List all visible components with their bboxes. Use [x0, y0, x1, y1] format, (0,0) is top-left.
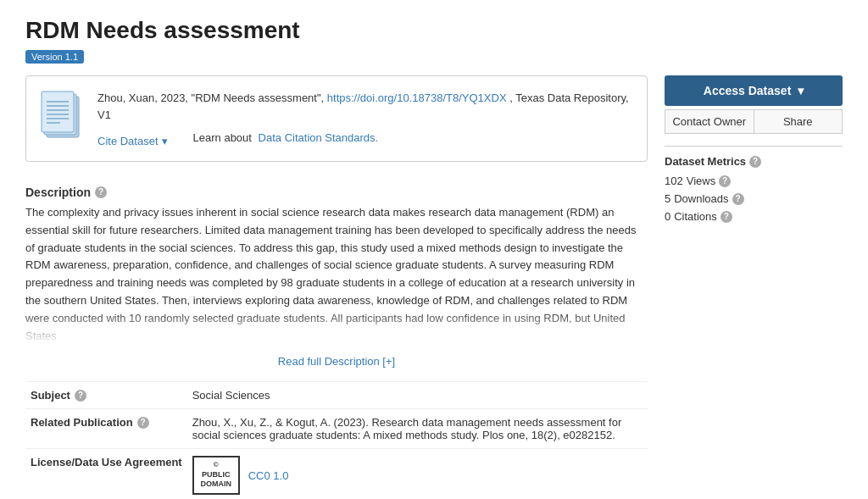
citation-box: Zhou, Xuan, 2023, "RDM Needs assessment"… [25, 75, 648, 162]
citations-info-icon[interactable]: ? [721, 211, 732, 223]
description-info-icon[interactable]: ? [95, 186, 107, 198]
version-badge: Version 1.1 [25, 50, 84, 64]
left-content: Zhou, Xuan, 2023, "RDM Needs assessment"… [25, 75, 648, 499]
subject-value: Social Sciences [187, 382, 648, 409]
sidebar-button-row: Contact Owner Share [665, 109, 843, 134]
description-section: Description ? The complexity and privacy… [25, 177, 648, 345]
license-box: © PUBLIC DOMAIN CC0 1.0 [192, 456, 643, 495]
svg-rect-2 [42, 91, 74, 132]
table-row: Related Publication ? Zhou, X., Xu, Z., … [25, 409, 648, 449]
views-info-icon[interactable]: ? [719, 175, 731, 187]
document-icon [40, 90, 86, 147]
page-title: RDM Needs assessment [25, 17, 843, 44]
related-publication-info-icon[interactable]: ? [137, 417, 149, 429]
downloads-info-icon[interactable]: ? [732, 193, 744, 205]
cc0-link[interactable]: CC0 1.0 [248, 469, 289, 482]
citation-content: Zhou, Xuan, 2023, "RDM Needs assessment"… [97, 90, 633, 147]
data-citation-standards-link[interactable]: Data Citation Standards. [259, 131, 379, 144]
table-row: License/Data Use Agreement © PUBLIC DOMA… [25, 449, 648, 499]
views-metric: 102 Views ? [665, 175, 843, 187]
related-publication-value: Zhou, X., Xu, Z., & Kogut, A. (2023). Re… [187, 409, 648, 449]
citation-text: Zhou, Xuan, 2023, "RDM Needs assessment"… [97, 90, 633, 123]
right-sidebar: Access Dataset ▾ Contact Owner Share Dat… [665, 75, 843, 228]
metadata-table: Subject ? Social Sciences Related Public… [25, 381, 648, 499]
description-text: The complexity and privacy issues inhere… [25, 204, 648, 345]
table-row: Subject ? Social Sciences [25, 382, 648, 409]
subject-info-icon[interactable]: ? [75, 390, 86, 402]
metrics-info-icon[interactable]: ? [749, 156, 761, 168]
description-label: Description ? [25, 177, 648, 199]
cite-row: Cite Dataset ▾ Learn about Data Citation… [97, 128, 633, 147]
citations-metric: 0 Citations ? [665, 210, 843, 223]
read-full-description-link[interactable]: Read full Description [+] [25, 355, 648, 368]
access-caret-icon: ▾ [798, 84, 804, 97]
access-dataset-button[interactable]: Access Dataset ▾ [665, 75, 843, 106]
caret-icon: ▾ [162, 135, 168, 147]
downloads-metric: 5 Downloads ? [665, 192, 843, 205]
license-label: License/Data Use Agreement [25, 449, 187, 499]
share-button[interactable]: Share [754, 109, 843, 134]
subject-label: Subject ? [25, 382, 187, 409]
related-publication-label: Related Publication ? [25, 409, 187, 449]
doi-link[interactable]: https://doi.org/10.18738/T8/YQ1XDX [327, 91, 507, 104]
cite-dataset-button[interactable]: Cite Dataset ▾ [97, 135, 168, 147]
metrics-section: Dataset Metrics ? 102 Views ? 5 Download… [665, 146, 843, 223]
contact-owner-button[interactable]: Contact Owner [665, 109, 754, 134]
metrics-title: Dataset Metrics ? [665, 155, 843, 168]
license-value: © PUBLIC DOMAIN CC0 1.0 [187, 449, 648, 499]
public-domain-badge: © PUBLIC DOMAIN [192, 456, 240, 495]
